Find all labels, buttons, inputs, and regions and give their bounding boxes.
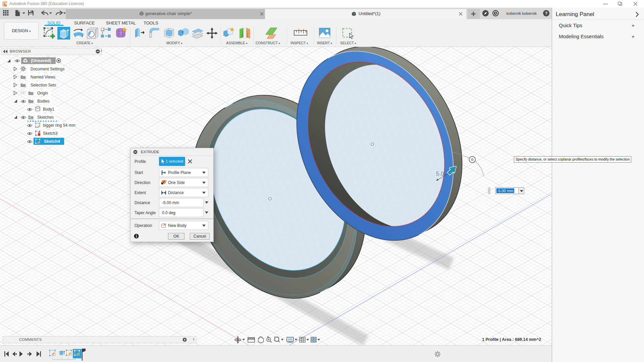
svg-text:5.0: 5.0	[436, 171, 444, 177]
svg-text:?: ?	[545, 11, 548, 16]
